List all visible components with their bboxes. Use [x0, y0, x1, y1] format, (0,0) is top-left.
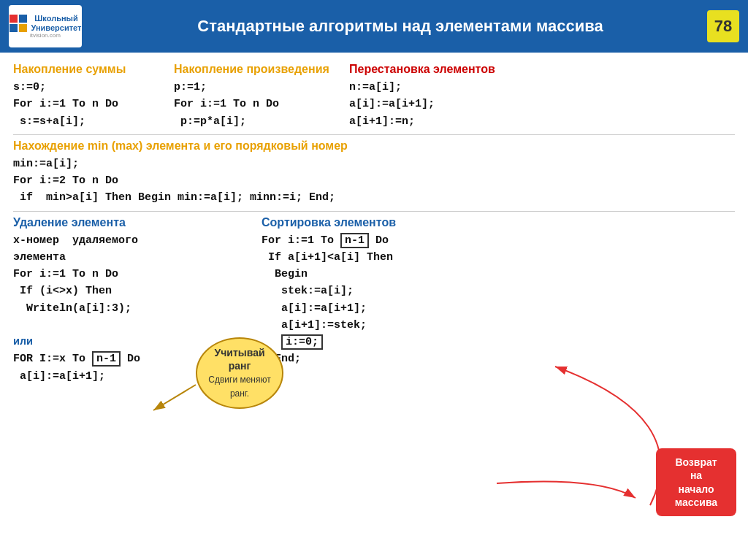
prod-line-2: For i:=1 To n Do	[174, 96, 349, 112]
row1: Накопление суммы s:=0; For i:=1 To n Do …	[13, 63, 735, 130]
delete-line-2: элемента	[13, 249, 247, 266]
section-sort: Сортировка элементов For i:=1 To n-1 Do …	[247, 216, 735, 385]
row3: Удаление элемента x-номер удаляемого эле…	[13, 216, 735, 385]
logo-url: itvision.com	[30, 32, 61, 39]
sort-title: Сортировка элементов	[262, 216, 735, 229]
logo: Школьный Университет itvision.com	[9, 5, 82, 47]
svg-rect-1	[19, 15, 27, 23]
bubble-line1: Учитывай	[214, 347, 264, 358]
header: Школьный Университет itvision.com Станда…	[0, 0, 748, 53]
sum-code: s:=0; For i:=1 To n Do s:=s+a[i];	[13, 79, 174, 130]
logo-text-main: Школьный	[31, 14, 82, 23]
возврат-line3: начало	[678, 483, 714, 495]
swap-title: Перестановка элементов	[349, 63, 735, 76]
prod-line-1: p:=1;	[174, 79, 349, 96]
minmax-code: min:=a[i]; For i:=2 To n Do if min>a[i] …	[13, 156, 735, 207]
highlight-n2: n-1	[340, 233, 369, 248]
sort-line-5: a[i]:=a[i+1];	[262, 300, 735, 317]
delete-line-5: Writeln(a[i]:3);	[13, 300, 247, 317]
sum-line-1: s:=0;	[13, 79, 174, 96]
highlight-i0: i:=0;	[281, 334, 323, 350]
sort-line-4: stek:=a[i];	[262, 283, 735, 299]
delete-line-1: x-номер удаляемого	[13, 232, 247, 249]
prod-line-3: p:=p*a[i];	[174, 113, 349, 130]
minmax-line-3: if min>a[i] Then Begin min:=a[i]; minn:=…	[13, 189, 735, 206]
sort-line-2: If a[i+1]<a[i] Then	[262, 249, 735, 266]
sort-line-6: a[i+1]:=stek;	[262, 317, 735, 334]
sum-title: Накопление суммы	[13, 63, 174, 76]
swap-code: n:=a[i]; a[i]:=a[i+1]; a[i+1]:=n;	[349, 79, 735, 130]
delete-line-3: For i:=1 To n Do	[13, 266, 247, 283]
sort-code: For i:=1 To n-1 Do If a[i+1]<a[i] Then B…	[262, 232, 735, 368]
sum-line-2: For i:=1 To n Do	[13, 96, 174, 112]
svg-rect-2	[9, 24, 18, 32]
возврат-line1: Возврат	[675, 456, 717, 468]
svg-rect-0	[9, 15, 18, 23]
sort-line-8: End;	[262, 350, 735, 367]
logo-text-sub: Университет	[31, 23, 82, 32]
bubble-учитывай: Учитывай ранг Сдвиги меняют ранг.	[196, 337, 283, 409]
sort-line-7: i:=0;	[262, 334, 735, 350]
bubble-line2: ранг	[229, 360, 251, 372]
delete-title: Удаление элемента	[13, 216, 247, 229]
swap-line-1: n:=a[i];	[349, 79, 735, 96]
page-title: Стандартные алгоритмы над элементами мас…	[94, 17, 707, 36]
sort-line-3: Begin	[262, 266, 735, 283]
minmax-line-1: min:=a[i];	[13, 156, 735, 172]
возврат-line2: на	[690, 469, 702, 481]
divider-2	[13, 211, 735, 212]
highlight-n1: n-1	[92, 351, 121, 367]
section-minmax: Нахождение min (max) элемента и его поря…	[13, 139, 735, 207]
swap-line-2: a[i]:=a[i+1];	[349, 96, 735, 112]
minmax-title: Нахождение min (max) элемента и его поря…	[13, 139, 735, 153]
delete-line-4: If (i<>x) Then	[13, 283, 247, 299]
section-sum: Накопление суммы s:=0; For i:=1 To n Do …	[13, 63, 174, 130]
sum-line-3: s:=s+a[i];	[13, 113, 174, 130]
prod-code: p:=1; For i:=1 To n Do p:=p*a[i];	[174, 79, 349, 130]
minmax-line-2: For i:=2 To n Do	[13, 172, 735, 189]
svg-rect-3	[19, 24, 27, 32]
logo-icon	[9, 15, 27, 32]
prod-title: Накопление произведения	[174, 63, 349, 76]
section-swap: Перестановка элементов n:=a[i]; a[i]:=a[…	[349, 63, 735, 130]
swap-line-3: a[i+1]:=n;	[349, 113, 735, 130]
возврат-line4: массива	[675, 496, 717, 508]
bubble-возврат: Возврат на начало массива	[656, 448, 736, 516]
bubble-line3: Сдвиги меняют ранг.	[208, 375, 270, 399]
section-prod: Накопление произведения p:=1; For i:=1 T…	[174, 63, 349, 130]
content: Накопление суммы s:=0; For i:=1 To n Do …	[0, 53, 748, 560]
page-number: 78	[707, 10, 739, 42]
delete-spacer	[13, 317, 247, 334]
divider-1	[13, 134, 735, 135]
sort-line-1: For i:=1 To n-1 Do	[262, 232, 735, 249]
